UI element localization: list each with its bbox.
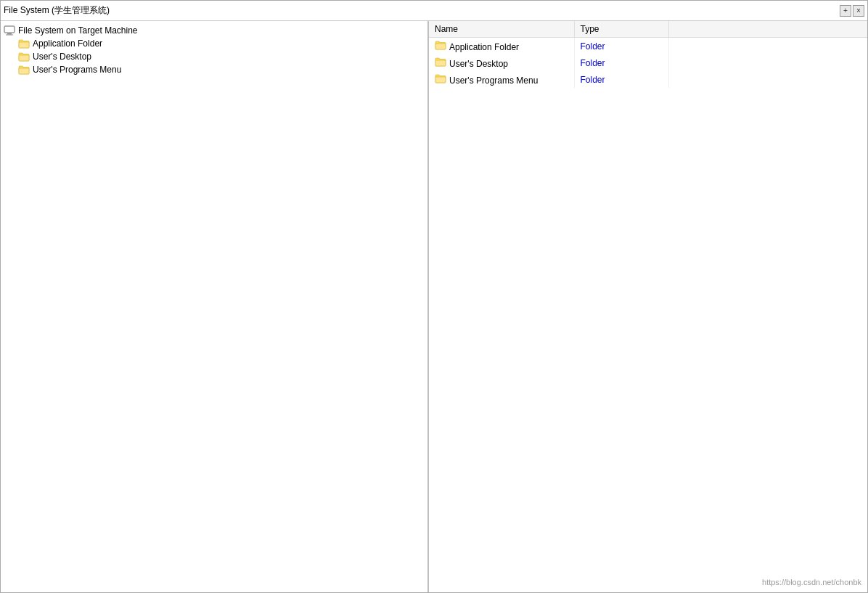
file-row-extra-0 (668, 38, 867, 55)
tree-root-label: File System on Target Machine (18, 25, 138, 36)
title-bar-buttons: + × (840, 5, 864, 17)
table-row-name-text-1: User's Desktop (449, 59, 508, 69)
content-area: File System on Target Machine Applicatio… (1, 21, 867, 592)
tree-root-item[interactable]: File System on Target Machine (1, 24, 427, 37)
tree-item-users-programs-menu[interactable]: User's Programs Menu (1, 63, 427, 76)
table-folder-icon-2 (435, 73, 446, 83)
file-row-extra-1 (668, 54, 867, 71)
table-row[interactable]: Application FolderFolder (429, 38, 867, 55)
tree-item-users-desktop[interactable]: User's Desktop (1, 50, 427, 63)
file-row-name-2: User's Programs Menu (429, 71, 574, 88)
tree-item-application-folder[interactable]: Application Folder (1, 37, 427, 50)
file-table: Name Type Application FolderFolder User'… (429, 21, 867, 88)
col-header-type[interactable]: Type (574, 21, 668, 38)
table-row-name-text-2: User's Programs Menu (449, 75, 538, 86)
left-panel: File System on Target Machine Applicatio… (1, 21, 429, 592)
col-header-name[interactable]: Name (429, 21, 574, 38)
svg-rect-2 (6, 35, 13, 36)
folder-icon-1 (18, 38, 30, 49)
tree-item-label-2: User's Desktop (33, 52, 91, 62)
folder-icon-3 (18, 65, 30, 75)
table-row-name-text-0: Application Folder (449, 42, 519, 52)
right-panel: Name Type Application FolderFolder User'… (429, 21, 867, 88)
file-row-name-1: User's Desktop (429, 54, 574, 71)
pin-button[interactable]: + (840, 5, 851, 17)
file-row-type-2: Folder (574, 71, 668, 88)
table-folder-icon-0 (435, 40, 446, 50)
file-row-type-0: Folder (574, 38, 668, 55)
main-window: File System (学生管理系统) + × File System on … (0, 0, 868, 593)
table-row[interactable]: User's Programs MenuFolder (429, 71, 867, 88)
tree-item-label-1: Application Folder (33, 38, 102, 49)
table-header-row: Name Type (429, 21, 867, 38)
title-bar: File System (学生管理系统) + × (1, 1, 867, 21)
svg-rect-1 (7, 33, 12, 35)
file-row-type-1: Folder (574, 54, 668, 71)
svg-rect-0 (4, 26, 15, 33)
table-row[interactable]: User's DesktopFolder (429, 54, 867, 71)
folder-icon-2 (18, 52, 30, 62)
computer-icon (4, 25, 15, 36)
file-row-extra-2 (668, 71, 867, 88)
watermark: https://blog.csdn.net/chonbk (762, 578, 861, 586)
col-header-extra (668, 21, 867, 38)
tree-item-label-3: User's Programs Menu (33, 65, 121, 75)
window-title: File System (学生管理系统) (4, 4, 837, 17)
table-folder-icon-1 (435, 57, 446, 67)
file-row-name-0: Application Folder (429, 38, 574, 55)
right-panel-wrapper: Name Type Application FolderFolder User'… (429, 21, 867, 592)
close-button[interactable]: × (853, 5, 864, 17)
